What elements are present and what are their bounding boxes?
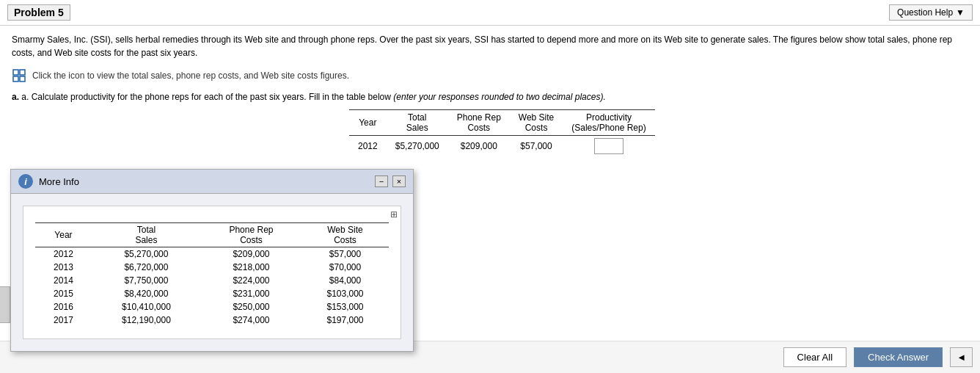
modal-cell-year: 2017 [35, 314, 92, 327]
data-icon-row: Click the icon to view the total sales, … [12, 68, 968, 83]
modal-cell-web_site_costs: $84,000 [301, 274, 389, 287]
modal-table-row: 2013$6,720,000$218,000$70,000 [35, 261, 389, 274]
svg-rect-3 [20, 76, 25, 82]
svg-rect-2 [13, 76, 18, 82]
modal-cell-phone_rep_costs: $231,000 [201, 287, 301, 300]
modal-cell-phone_rep_costs: $218,000 [201, 261, 301, 274]
modal-title-text: More Info [39, 176, 79, 187]
modal-table: Year TotalSales Phone RepCosts Web SiteC… [35, 222, 389, 327]
modal-cell-web_site_costs: $103,000 [301, 287, 389, 300]
modal-cell-total_sales: $12,190,000 [92, 314, 201, 327]
modal-col-year: Year [35, 223, 92, 247]
check-answer-button[interactable]: Check Answer [854, 347, 943, 367]
left-edge-element [0, 286, 10, 323]
icon-label: Click the icon to view the total sales, … [32, 70, 349, 81]
productivity-input[interactable] [594, 138, 624, 154]
table-row: 2012 $5,270,000 $209,000 $57,000 [349, 136, 655, 157]
modal-cell-year: 2016 [35, 300, 92, 314]
clear-all-button[interactable]: Clear All [783, 347, 846, 367]
col-productivity: Productivity(Sales/Phone Rep) [563, 110, 654, 136]
svg-rect-0 [13, 70, 18, 75]
cell-year: 2012 [349, 136, 387, 157]
intro-text: Smarmy Sales, Inc. (SSI), sells herbal r… [12, 33, 965, 59]
modal-cell-web_site_costs: $70,000 [301, 261, 389, 274]
grid-icon[interactable] [12, 68, 26, 83]
modal-table-row: 2016$10,410,000$250,000$153,000 [35, 300, 389, 314]
modal-cell-year: 2014 [35, 274, 92, 287]
modal-col-web-site: Web SiteCosts [301, 223, 389, 247]
modal-cell-total_sales: $10,410,000 [92, 300, 201, 314]
question-help-button[interactable]: Question Help ▼ [889, 4, 973, 21]
modal-cell-web_site_costs: $197,000 [301, 314, 389, 327]
modal-cell-total_sales: $7,750,000 [92, 274, 201, 287]
modal-col-phone-rep: Phone RepCosts [201, 223, 301, 247]
modal-cell-total_sales: $6,720,000 [92, 261, 201, 274]
modal-cell-year: 2015 [35, 287, 92, 300]
header: Problem 5 Question Help ▼ [0, 0, 980, 26]
modal-cell-phone_rep_costs: $224,000 [201, 274, 301, 287]
col-web-site: Web SiteCosts [510, 110, 563, 136]
modal-cell-phone_rep_costs: $274,000 [201, 314, 301, 327]
nav-back-button[interactable]: ◄ [950, 347, 973, 367]
modal-table-container: ⊞ Year TotalSales Phone RepCosts Web Sit… [23, 206, 401, 339]
expand-icon[interactable]: ⊞ [390, 209, 398, 220]
modal-cell-web_site_costs: $57,000 [301, 247, 389, 261]
part-a-label: a. a. Calculate productivity for the pho… [12, 92, 968, 102]
col-phone-rep: Phone RepCosts [448, 110, 510, 136]
main-table: Year TotalSales Phone RepCosts Web SiteC… [349, 109, 655, 156]
modal-col-total-sales: TotalSales [92, 223, 201, 247]
modal-table-row: 2012$5,270,000$209,000$57,000 [35, 247, 389, 261]
modal-table-row: 2017$12,190,000$274,000$197,000 [35, 314, 389, 327]
modal-cell-web_site_costs: $153,000 [301, 300, 389, 314]
modal-controls: − × [375, 175, 406, 187]
modal-title-row: i More Info [18, 174, 79, 189]
question-help-label: Question Help [897, 7, 953, 18]
cell-web-site: $57,000 [510, 136, 563, 157]
modal-minimize-button[interactable]: − [375, 175, 388, 187]
info-icon: i [18, 174, 33, 189]
modal-table-row: 2014$7,750,000$224,000$84,000 [35, 274, 389, 287]
modal-cell-total_sales: $8,420,000 [92, 287, 201, 300]
more-info-modal: i More Info − × ⊞ Year TotalSales Phone … [10, 169, 414, 352]
main-table-container: Year TotalSales Phone RepCosts Web SiteC… [349, 109, 968, 156]
modal-cell-phone_rep_costs: $209,000 [201, 247, 301, 261]
dropdown-arrow-icon: ▼ [956, 7, 965, 18]
modal-header: i More Info − × [11, 170, 413, 194]
problem-title: Problem 5 [7, 4, 70, 21]
productivity-input-cell[interactable] [563, 136, 654, 157]
col-year: Year [349, 110, 387, 136]
cell-total-sales: $5,270,000 [387, 136, 448, 157]
modal-table-row: 2015$8,420,000$231,000$103,000 [35, 287, 389, 300]
part-a-strong: a. [12, 92, 19, 102]
modal-cell-phone_rep_costs: $250,000 [201, 300, 301, 314]
col-total-sales: TotalSales [387, 110, 448, 136]
main-content: Smarmy Sales, Inc. (SSI), sells herbal r… [0, 26, 980, 164]
modal-close-button[interactable]: × [392, 175, 406, 187]
modal-cell-total_sales: $5,270,000 [92, 247, 201, 261]
modal-cell-year: 2013 [35, 261, 92, 274]
cell-phone-rep: $209,000 [448, 136, 510, 157]
modal-cell-year: 2012 [35, 247, 92, 261]
modal-body: ⊞ Year TotalSales Phone RepCosts Web Sit… [11, 194, 413, 351]
svg-rect-1 [20, 70, 25, 75]
